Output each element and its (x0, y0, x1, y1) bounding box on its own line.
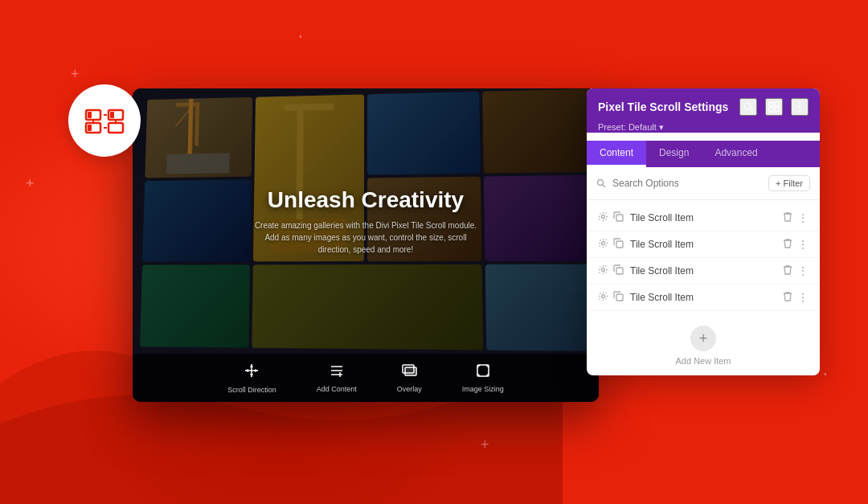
svg-rect-39 (775, 102, 779, 106)
item-3-menu-icon[interactable]: ⋮ (797, 264, 809, 277)
item-4-right-icons: ⋮ (783, 291, 809, 304)
toolbar-overlay[interactable]: Overlay (397, 363, 422, 393)
item-3-delete-icon[interactable] (783, 264, 792, 277)
item-1-copy-icon[interactable] (613, 211, 624, 224)
add-circle-icon: + (690, 326, 716, 351)
item-3-right-icons: ⋮ (783, 264, 809, 277)
overlay-label: Overlay (397, 385, 422, 393)
image-sizing-label: Image Sizing (462, 385, 504, 393)
scroll-item-row-4: Tile Scroll Item ⋮ (587, 285, 820, 311)
image-sizing-icon (476, 363, 490, 382)
item-2-delete-icon[interactable] (783, 238, 792, 251)
item-1-label: Tile Scroll Item (630, 212, 776, 223)
svg-point-45 (598, 180, 604, 186)
toolbar-scroll-direction[interactable]: Scroll Direction (227, 363, 276, 394)
tab-advanced[interactable]: Advanced (702, 141, 770, 167)
svg-point-44 (799, 110, 801, 113)
svg-point-53 (602, 295, 605, 298)
toolbar-add-content[interactable]: Add Content (317, 363, 357, 393)
svg-line-37 (750, 109, 753, 112)
items-list: Tile Scroll Item ⋮ (587, 200, 820, 316)
item-3-label: Tile Scroll Item (630, 265, 776, 277)
scroll-item-row-1: Tile Scroll Item ⋮ (587, 205, 820, 232)
svg-rect-5 (88, 125, 92, 131)
add-new-label: Add New Item (675, 356, 731, 366)
svg-rect-41 (775, 108, 779, 112)
item-1-right-icons: ⋮ (783, 211, 809, 224)
panel-header-top: Pixel Tile Scroll Settings (598, 98, 809, 116)
dot-decoration-3: • (824, 370, 827, 379)
cross-decoration-2: + (26, 175, 35, 192)
overlay-icon (401, 363, 417, 382)
panel-grid-icon-btn[interactable] (765, 98, 783, 116)
svg-rect-38 (769, 102, 773, 106)
svg-rect-30 (405, 367, 416, 375)
svg-point-49 (602, 242, 605, 245)
cross-decoration-3: + (481, 436, 489, 453)
svg-rect-31 (477, 365, 489, 376)
cross-decoration-1: + (71, 66, 80, 83)
filter-button[interactable]: + Filter (768, 175, 810, 191)
add-content-icon (330, 363, 344, 382)
item-2-left-icons (598, 238, 624, 251)
item-4-label: Tile Scroll Item (630, 292, 776, 303)
canvas-content: Unleash Creativity Create amazing galler… (133, 88, 599, 354)
svg-marker-23 (255, 369, 258, 372)
main-canvas: Unleash Creativity Create amazing galler… (133, 88, 599, 402)
svg-marker-22 (245, 369, 248, 372)
canvas-subtitle: Create amazing galleries with the Divi P… (253, 219, 478, 256)
dot-decoration-1: • (299, 32, 302, 41)
panel-header: Pixel Tile Scroll Settings (587, 88, 820, 133)
svg-rect-48 (616, 215, 623, 221)
item-1-menu-icon[interactable]: ⋮ (797, 211, 809, 224)
scroll-item-row-3: Tile Scroll Item ⋮ (587, 258, 820, 285)
panel-title: Pixel Tile Scroll Settings (598, 100, 728, 113)
toolbar-image-sizing[interactable]: Image Sizing (462, 363, 504, 393)
item-1-delete-icon[interactable] (783, 211, 792, 224)
item-2-label: Tile Scroll Item (630, 239, 776, 250)
panel-header-icons (739, 98, 809, 116)
item-2-menu-icon[interactable]: ⋮ (797, 238, 809, 251)
item-2-copy-icon[interactable] (613, 238, 624, 251)
canvas-background: Unleash Creativity Create amazing galler… (133, 88, 599, 402)
item-4-delete-icon[interactable] (783, 291, 792, 304)
logo-circle (68, 84, 141, 157)
tab-design[interactable]: Design (646, 141, 702, 167)
item-1-left-icons (598, 211, 624, 224)
svg-rect-40 (769, 108, 773, 112)
svg-point-51 (602, 268, 605, 272)
add-new-item-section[interactable]: + Add New Item (587, 316, 820, 375)
scroll-item-row-2: Tile Scroll Item ⋮ (587, 232, 820, 258)
canvas-title: Unleash Creativity (268, 187, 464, 213)
item-4-menu-icon[interactable]: ⋮ (797, 291, 809, 304)
scroll-direction-label: Scroll Direction (227, 386, 276, 394)
svg-rect-6 (108, 123, 123, 133)
item-4-copy-icon[interactable] (613, 291, 624, 304)
canvas-toolbar: Scroll Direction Add Content (133, 354, 599, 402)
item-3-copy-icon[interactable] (613, 264, 624, 277)
svg-rect-1 (88, 112, 92, 118)
svg-point-43 (799, 106, 801, 109)
svg-point-47 (602, 215, 605, 219)
panel-more-icon-btn[interactable] (791, 98, 809, 116)
item-4-gear-icon[interactable] (598, 291, 608, 304)
svg-point-36 (744, 103, 751, 109)
preset-label[interactable]: Preset: Default ▾ (598, 122, 809, 133)
svg-line-46 (603, 185, 605, 187)
panel-search-icon-btn[interactable] (739, 98, 757, 116)
svg-marker-20 (250, 364, 253, 367)
panel-search-bar: + Filter (587, 167, 820, 200)
item-4-left-icons (598, 291, 624, 304)
svg-marker-21 (250, 374, 253, 377)
svg-point-42 (799, 102, 801, 104)
svg-rect-3 (110, 112, 114, 118)
svg-rect-50 (616, 241, 623, 248)
scroll-direction-icon (244, 363, 260, 383)
svg-rect-52 (616, 268, 623, 274)
logo-icon (84, 107, 125, 135)
tab-content[interactable]: Content (587, 141, 646, 167)
item-3-gear-icon[interactable] (598, 264, 608, 277)
item-2-gear-icon[interactable] (598, 238, 608, 251)
search-input[interactable] (612, 178, 762, 189)
item-1-gear-icon[interactable] (598, 211, 608, 224)
